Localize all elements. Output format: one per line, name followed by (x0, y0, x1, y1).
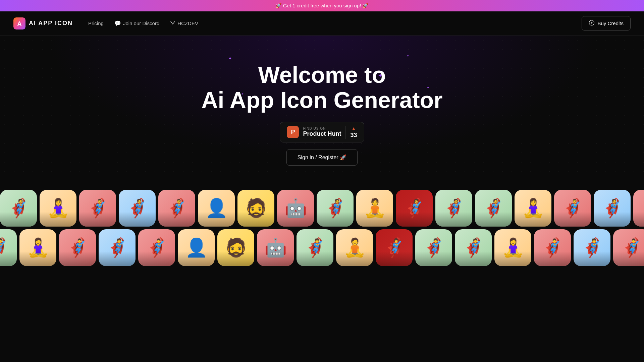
icon-figure: 🦸 (574, 229, 610, 266)
icon-figure: 🦸 (415, 229, 452, 266)
app-icon: 🦸‍♂️ (554, 190, 591, 227)
app-icon: 🧘‍♀️ (494, 229, 531, 266)
logo-icon: A (13, 17, 25, 29)
signin-button[interactable]: Sign in / Register 🚀 (286, 149, 358, 166)
icon-figure: 🧔 (237, 190, 274, 227)
icon-figure: 🦸‍♂️ (554, 190, 591, 227)
banner-text: 🚀 Get 1 credit free when you sign up! 🚀 (275, 3, 369, 8)
app-icon: 🧔 (217, 229, 254, 266)
app-icon: 🦸 (99, 229, 136, 266)
hczdev-label: HCZDEV (177, 20, 198, 26)
ph-logo: P (287, 126, 299, 138)
app-icon: 🧘 (336, 229, 373, 266)
icon-figure: 🧘 (336, 229, 373, 266)
navbar: A AI APP ICON Pricing 💬 Join our Discord… (0, 11, 644, 36)
app-icon: 🧘 (356, 190, 393, 227)
app-icon: 🦸 (415, 229, 452, 266)
icon-figure: 🦸‍♂️ (534, 229, 571, 266)
ph-name: Product Hunt (303, 130, 341, 137)
discord-link[interactable]: 💬 Join our Discord (110, 17, 164, 29)
icon-figure: 🧘‍♀️ (515, 190, 551, 227)
star-decoration: ✦ (407, 54, 409, 58)
hero-title: Welcome to Ai App Icon Generator (201, 62, 442, 113)
hczdev-link[interactable]: HCZDEV (165, 17, 203, 29)
star-decoration: ✦ (228, 56, 232, 61)
icon-figure: 🦸‍♀️ (396, 190, 433, 227)
hero-line1: Welcome to (201, 62, 442, 87)
icon-figure: 🦸 (475, 190, 512, 227)
icon-figure: 🦸 (0, 229, 17, 266)
icon-figure: 🧘‍♀️ (19, 229, 56, 266)
app-icon: 🦸‍♂️ (534, 229, 571, 266)
pricing-label: Pricing (88, 20, 104, 26)
app-icon: 🦸 (0, 229, 17, 266)
app-icon: 🦸 (574, 229, 610, 266)
discord-icon: 💬 (114, 20, 121, 26)
app-icon: 🤖 (257, 229, 294, 266)
app-icon: 🤖 (277, 190, 314, 227)
icon-figure: 🦸 (297, 229, 333, 266)
app-icon: 🦸‍♀️ (376, 229, 413, 266)
app-icon: 🦸 (317, 190, 354, 227)
app-icon: 🦸‍♂️ (633, 190, 644, 227)
app-icon: 🦸 (297, 229, 333, 266)
app-icon: 🧘‍♀️ (19, 229, 56, 266)
app-icon: 🦸 (455, 229, 492, 266)
app-icon: 👤 (198, 190, 235, 227)
app-icon: 🦸‍♂️ (138, 229, 175, 266)
icon-row-1: 🦸🧘‍♀️🦸‍♂️🦸🦸‍♂️👤🧔🤖🦸🧘🦸‍♀️🦸🦸🧘‍♀️🦸‍♂️🦸🦸‍♂️👤🧔… (0, 190, 644, 227)
icon-figure: 🦸 (99, 229, 136, 266)
product-hunt-badge[interactable]: P FIND US ON Product Hunt ▲ 33 (280, 122, 364, 142)
icon-figure: 🧘 (356, 190, 393, 227)
logo-link[interactable]: A AI APP ICON (13, 17, 73, 29)
icon-gallery: 🦸🧘‍♀️🦸‍♂️🦸🦸‍♂️👤🧔🤖🦸🧘🦸‍♀️🦸🦸🧘‍♀️🦸‍♂️🦸🦸‍♂️👤🧔… (0, 190, 644, 266)
svg-text:A: A (17, 20, 22, 27)
icon-figure: 🦸 (455, 229, 492, 266)
icon-figure: 👤 (178, 229, 215, 266)
app-icon: 🦸‍♂️ (79, 190, 116, 227)
ph-find-us: FIND US ON (303, 127, 341, 130)
icon-figure: 👤 (198, 190, 235, 227)
ph-number: 33 (350, 132, 357, 139)
app-icon: 🧘‍♀️ (515, 190, 551, 227)
nav-links: Pricing 💬 Join our Discord HCZDEV (84, 17, 203, 29)
app-icon: 🦸 (435, 190, 472, 227)
app-icon: 🦸 (119, 190, 156, 227)
icon-figure: 🤖 (257, 229, 294, 266)
app-icon: 🦸‍♂️ (613, 229, 644, 266)
icon-figure: 🧔 (217, 229, 254, 266)
credits-icon (589, 20, 595, 27)
icon-figure: 🦸‍♂️ (59, 229, 96, 266)
icon-figure: 🦸‍♂️ (613, 229, 644, 266)
app-icon: 🦸 (475, 190, 512, 227)
app-icon: 🦸‍♂️ (158, 190, 195, 227)
app-icon: 👤 (178, 229, 215, 266)
app-icon: 🧘‍♀️ (40, 190, 76, 227)
app-icon: 🦸‍♂️ (59, 229, 96, 266)
icon-figure: 🦸‍♂️ (138, 229, 175, 266)
hero-section: ✦ ✦ ✦ ✦ ✦ ✦ ✦ Welcome to Ai App Icon Gen… (0, 36, 644, 179)
pricing-link[interactable]: Pricing (84, 18, 108, 29)
app-icon: 🦸 (0, 190, 37, 227)
ph-count: ▲ 33 (345, 126, 357, 139)
icon-figure: 🦸 (119, 190, 156, 227)
icon-figure: 🦸 (435, 190, 472, 227)
app-icon: 🦸‍♀️ (396, 190, 433, 227)
hczdev-icon (170, 20, 175, 26)
icon-figure: 🦸 (0, 190, 37, 227)
icon-figure: 🦸‍♀️ (376, 229, 413, 266)
app-icon: 🦸 (594, 190, 631, 227)
icon-figure: 🦸‍♂️ (158, 190, 195, 227)
icon-figure: 🦸 (317, 190, 354, 227)
logo-text: AI APP ICON (29, 20, 73, 27)
icon-row-2: 🦸🧘‍♀️🦸‍♂️🦸🦸‍♂️👤🧔🤖🦸🧘🦸‍♀️🦸🦸🧘‍♀️🦸‍♂️🦸🦸‍♂️👤🧔… (0, 229, 644, 266)
hero-line2: Ai App Icon Generator (201, 87, 442, 113)
buy-credits-button[interactable]: Buy Credits (582, 16, 631, 31)
icon-figure: 🦸 (594, 190, 631, 227)
app-icon: 🧔 (237, 190, 274, 227)
ph-text: FIND US ON Product Hunt (303, 127, 341, 137)
signin-label: Sign in / Register 🚀 (298, 155, 346, 160)
icon-figure: 🧘‍♀️ (40, 190, 76, 227)
top-banner: 🚀 Get 1 credit free when you sign up! 🚀 (0, 0, 644, 11)
icon-figure: 🤖 (277, 190, 314, 227)
